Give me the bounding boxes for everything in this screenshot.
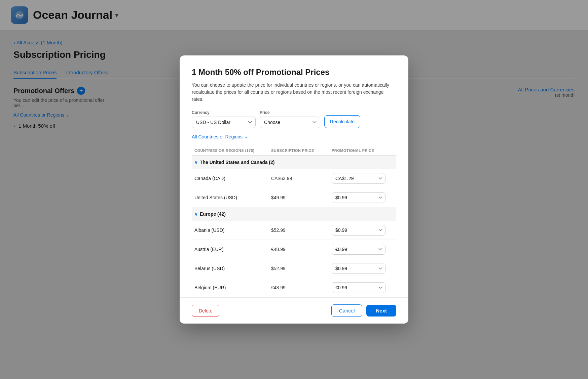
delete-button[interactable]: Delete: [192, 305, 219, 317]
modal-title: 1 Month 50% off Promotional Prices: [192, 68, 396, 77]
region-chevron-icon: ∨: [194, 160, 198, 165]
modal: 1 Month 50% off Promotional Prices You c…: [180, 55, 408, 324]
promo-price-select[interactable]: €0.99 €1.99: [332, 282, 385, 293]
table-row: Albania (USD) $52.99 $0.99 $1.99: [192, 221, 396, 240]
sub-price: CA$63.99: [268, 172, 329, 185]
col-countries: COUNTRIES OR REGIONS (175): [192, 149, 268, 153]
promo-price-select[interactable]: $0.99 $1.99: [332, 263, 385, 274]
recalculate-button[interactable]: Recalculate: [324, 115, 360, 128]
cancel-button[interactable]: Cancel: [331, 304, 363, 317]
promo-price-cell: $0.99 $1.99 $2.99: [329, 188, 396, 207]
price-select[interactable]: Choose $0.99 $1.99 $2.99: [260, 117, 320, 128]
modal-body: 1 Month 50% off Promotional Prices You c…: [180, 55, 408, 297]
promo-price-cell: $0.99 $1.99: [329, 259, 396, 278]
sub-price: $49.99: [268, 191, 329, 204]
table-row: Belarus (USD) $52.99 $0.99 $1.99: [192, 259, 396, 278]
price-label: Price: [260, 110, 320, 115]
all-countries-chevron-icon: ⌄: [244, 134, 248, 139]
promo-price-cell: CA$1.29 CA$0.99 CA$1.99: [329, 169, 396, 188]
table-row: Belgium (EUR) €48.99 €0.99 €1.99: [192, 278, 396, 297]
country-name: Belarus (USD): [192, 262, 268, 275]
next-button[interactable]: Next: [366, 305, 396, 317]
modal-overlay: 1 Month 50% off Promotional Prices You c…: [0, 0, 588, 379]
country-name: Canada (CAD): [192, 172, 268, 185]
price-field: Price Choose $0.99 $1.99 $2.99: [260, 110, 320, 128]
modal-footer: Delete Cancel Next: [180, 297, 408, 324]
sub-price: €48.99: [268, 243, 329, 256]
sub-price: €48.99: [268, 281, 329, 294]
all-countries-link[interactable]: All Countries or Regions ⌄: [192, 134, 396, 139]
col-promo-price: PROMOTIONAL PRICE: [329, 149, 396, 153]
col-sub-price: SUBSCRIPTION PRICE: [268, 149, 329, 153]
promo-price-cell: €0.99 €1.99: [329, 278, 396, 297]
region-group-europe[interactable]: ∨ Europe (42): [192, 207, 396, 221]
region-group-name: The United States and Canada (2): [200, 160, 274, 165]
modal-description: You can choose to update the price for i…: [192, 82, 396, 103]
currency-select[interactable]: USD - US Dollar EUR - Euro GBP - British…: [192, 117, 256, 128]
sub-price: $52.99: [268, 223, 329, 237]
promo-price-cell: $0.99 $1.99: [329, 221, 396, 240]
promo-price-select[interactable]: €0.99 €1.99: [332, 244, 385, 255]
region-chevron-icon: ∨: [194, 212, 198, 217]
table-row: United States (USD) $49.99 $0.99 $1.99 $…: [192, 188, 396, 207]
sub-price: $52.99: [268, 262, 329, 275]
country-name: United States (USD): [192, 191, 268, 204]
country-name: Belgium (EUR): [192, 281, 268, 294]
region-group-us-canada[interactable]: ∨ The United States and Canada (2): [192, 156, 396, 169]
promo-price-select[interactable]: $0.99 $1.99: [332, 225, 385, 236]
promo-price-select[interactable]: $0.99 $1.99 $2.99: [332, 192, 385, 203]
footer-actions: Cancel Next: [331, 304, 396, 317]
table-row: Austria (EUR) €48.99 €0.99 €1.99: [192, 240, 396, 259]
promo-price-cell: €0.99 €1.99: [329, 240, 396, 259]
table-row: Canada (CAD) CA$63.99 CA$1.29 CA$0.99 CA…: [192, 169, 396, 188]
country-name: Albania (USD): [192, 223, 268, 237]
country-name: Austria (EUR): [192, 243, 268, 256]
region-group-name: Europe (42): [200, 211, 226, 217]
price-table: COUNTRIES OR REGIONS (175) SUBSCRIPTION …: [192, 145, 396, 297]
currency-field: Currency USD - US Dollar EUR - Euro GBP …: [192, 110, 256, 128]
table-header: COUNTRIES OR REGIONS (175) SUBSCRIPTION …: [192, 145, 396, 156]
modal-controls: Currency USD - US Dollar EUR - Euro GBP …: [192, 110, 396, 128]
currency-label: Currency: [192, 110, 256, 115]
promo-price-select[interactable]: CA$1.29 CA$0.99 CA$1.99: [332, 173, 385, 184]
